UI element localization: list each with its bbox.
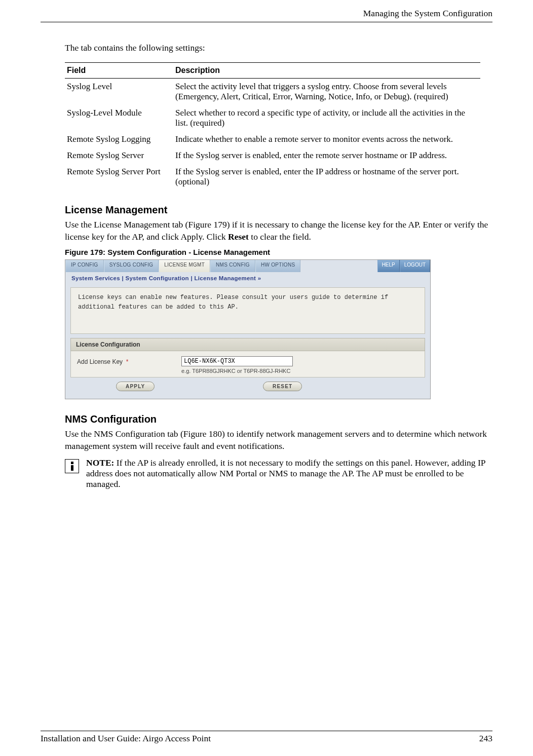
section-heading-nms: NMS Configuration (65, 413, 492, 425)
license-para-after: to clear the field. (249, 232, 311, 242)
tab-ip-config[interactable]: IP CONFIG (65, 260, 104, 272)
th-description: Description (173, 63, 480, 79)
footer-page-number: 243 (479, 733, 492, 744)
field-label-text: Add License Key (77, 358, 123, 365)
footer-doc-title: Installation and User Guide: Airgo Acces… (41, 733, 211, 744)
footer-rule (41, 731, 492, 731)
tab-hw-options[interactable]: HW OPTIONS (255, 260, 300, 272)
tab-syslog-config[interactable]: SYSLOG CONFIG (104, 260, 159, 272)
cell-field: Syslog Level (65, 79, 173, 105)
table-row: Remote Syslog Server If the Syslog serve… (65, 147, 480, 164)
cell-field: Remote Syslog Logging (65, 131, 173, 147)
intro-text: The tab contains the following settings: (65, 43, 492, 53)
cell-desc: If the Syslog server is enabled, enter t… (173, 147, 480, 164)
breadcrumb: System Services | System Configuration |… (65, 272, 430, 287)
add-license-key-label: Add License Key * (77, 356, 178, 365)
license-key-hint: e.g. T6PR88GJRHKC or T6PR-88GJ-RHKC (181, 368, 293, 374)
description-panel: License keys can enable new features. Pl… (70, 287, 425, 334)
running-header: Managing the System Configuration (41, 8, 492, 22)
figure-screenshot: IP CONFIG SYSLOG CONFIG LICENSE MGMT NMS… (65, 259, 431, 399)
page-footer: Installation and User Guide: Airgo Acces… (41, 731, 492, 744)
th-field: Field (65, 63, 173, 79)
note-label: NOTE: (86, 458, 117, 468)
cell-field: Syslog-Level Module (65, 105, 173, 131)
table-row: Remote Syslog Logging Indicate whether t… (65, 131, 480, 147)
settings-table: Field Description Syslog Level Select th… (65, 62, 480, 190)
button-bar: APPLY RESET (70, 381, 425, 396)
note-block: NOTE: If the AP is already enrolled, it … (65, 458, 492, 489)
cell-field: Remote Syslog Server Port (65, 164, 173, 190)
table-row: Syslog-Level Module Select whether to re… (65, 105, 480, 131)
nms-paragraph: Use the NMS Configuration tab (Figure 18… (65, 428, 492, 452)
tab-nms-config[interactable]: NMS CONFIG (210, 260, 255, 272)
license-config-header: License Configuration (70, 338, 425, 351)
license-paragraph: Use the License Management tab (Figure 1… (65, 219, 492, 243)
tab-bar: IP CONFIG SYSLOG CONFIG LICENSE MGMT NMS… (65, 260, 430, 272)
license-config-body: Add License Key * e.g. T6PR88GJRHKC or T… (70, 351, 425, 377)
table-row: Remote Syslog Server Port If the Syslog … (65, 164, 480, 190)
cell-desc: Indicate whether to enable a remote serv… (173, 131, 480, 147)
header-rule (41, 22, 492, 22)
figure-caption: Figure 179: System Configuration - Licen… (65, 248, 492, 256)
note-body: If the AP is already enrolled, it is not… (86, 458, 485, 489)
cell-desc: If the Syslog server is enabled, enter t… (173, 164, 480, 190)
tab-license-mgmt[interactable]: LICENSE MGMT (159, 260, 210, 272)
section-heading-license: License Management (65, 204, 492, 216)
cell-desc: Select whether to record a specific type… (173, 105, 480, 131)
help-button[interactable]: HELP (377, 260, 400, 272)
table-row: Syslog Level Select the activity level t… (65, 79, 480, 105)
cell-field: Remote Syslog Server (65, 147, 173, 164)
apply-button[interactable]: APPLY (116, 382, 155, 391)
required-asterisk: * (126, 358, 129, 365)
reset-button[interactable]: RESET (263, 382, 302, 391)
note-text: NOTE: If the AP is already enrolled, it … (86, 458, 492, 489)
license-para-reset: Reset (228, 232, 249, 242)
license-key-input[interactable] (181, 356, 293, 366)
cell-desc: Select the activity level that triggers … (173, 79, 480, 105)
info-icon (65, 459, 79, 473)
logout-button[interactable]: LOGOUT (400, 260, 430, 272)
